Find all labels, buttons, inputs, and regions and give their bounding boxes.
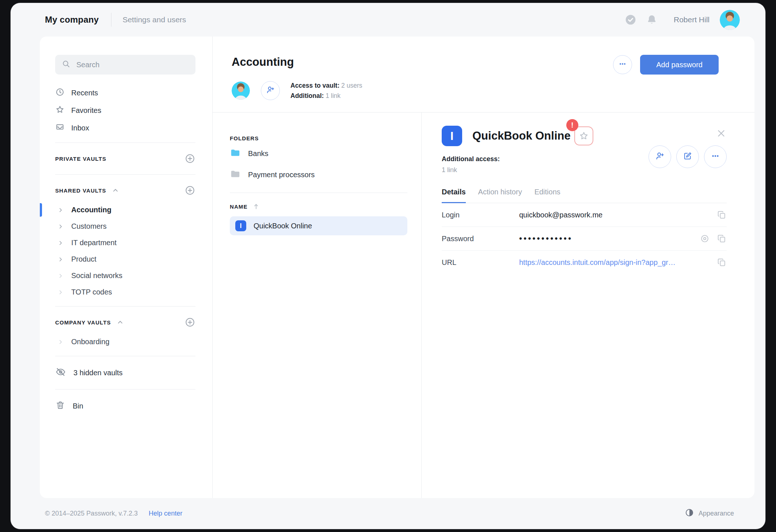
chevron-right-icon[interactable] xyxy=(57,273,64,279)
ellipsis-icon xyxy=(618,59,627,70)
help-center-link[interactable]: Help center xyxy=(149,510,182,517)
contrast-icon xyxy=(685,508,699,519)
footer: © 2014–2025 Passwork, v.7.2.3 Help cente… xyxy=(11,498,765,529)
content-sheet: Recents Favorites Inbox PRIVATE VAULTS S… xyxy=(40,37,754,498)
hidden-vaults-button[interactable]: 3 hidden vaults xyxy=(55,362,195,383)
copy-icon[interactable] xyxy=(716,210,727,220)
access-label: Access to vault: xyxy=(290,82,339,89)
folder-icon xyxy=(230,168,248,181)
tab-details[interactable]: Details xyxy=(442,188,466,203)
share-access-button[interactable] xyxy=(648,145,671,168)
copy-icon[interactable] xyxy=(716,257,727,267)
chevron-right-icon[interactable] xyxy=(57,289,64,296)
bin-button[interactable]: Bin xyxy=(55,395,195,417)
detail-tabs: Details Action history Editions xyxy=(442,188,727,203)
sidebar-item-label: Favorites xyxy=(71,106,101,115)
sidebar-item-social-networks[interactable]: Social networks xyxy=(55,267,195,284)
search-box[interactable] xyxy=(55,55,195,75)
reveal-password-icon[interactable] xyxy=(700,233,710,244)
settings-and-users-link[interactable]: Settings and users xyxy=(122,15,186,24)
divider xyxy=(230,193,407,193)
folders-column: FOLDERS Banks Payment processors NAME xyxy=(213,113,422,498)
person-add-icon xyxy=(265,85,275,96)
add-shared-vault-button[interactable] xyxy=(185,185,195,196)
login-label: Login xyxy=(442,211,519,219)
company-vaults-section: COMPANY VAULTS xyxy=(55,312,195,332)
vault-label: Product xyxy=(71,255,96,263)
folder-banks[interactable]: Banks xyxy=(230,144,407,163)
user-avatar[interactable] xyxy=(720,10,740,30)
divider xyxy=(55,306,195,307)
edit-button[interactable] xyxy=(676,145,699,168)
sidebar-item-customers[interactable]: Customers xyxy=(55,218,195,235)
chevron-up-icon[interactable] xyxy=(116,318,124,326)
quickbook-icon: I xyxy=(235,220,246,231)
sort-ascending-icon[interactable] xyxy=(252,202,260,210)
chevron-right-icon[interactable] xyxy=(57,339,64,345)
section-label: COMPANY VAULTS xyxy=(55,319,111,326)
app-window: My company Settings and users Robert Hil… xyxy=(11,3,765,529)
url-value[interactable]: https://accounts.intuit.com/app/sign-in?… xyxy=(519,258,709,267)
invite-user-button[interactable] xyxy=(261,81,280,100)
page-title: Accounting xyxy=(232,56,294,69)
more-options-button[interactable] xyxy=(704,145,727,168)
appearance-toggle[interactable]: Appearance xyxy=(685,508,734,519)
sidebar-item-recents[interactable]: Recents xyxy=(55,84,195,102)
favorite-star-button[interactable] xyxy=(574,126,593,145)
login-field-row: Login quickbook@passwork.me xyxy=(442,203,727,227)
name-column-header[interactable]: NAME xyxy=(230,202,407,210)
copy-icon[interactable] xyxy=(716,233,727,244)
hidden-vaults-label: 3 hidden vaults xyxy=(73,369,123,377)
divider xyxy=(55,174,195,175)
folder-label: Payment processors xyxy=(248,171,315,179)
add-company-vault-button[interactable] xyxy=(185,317,195,328)
inbox-icon xyxy=(55,122,71,134)
tab-action-history[interactable]: Action history xyxy=(478,188,522,203)
access-to-vault-line: Access to vault: 2 users xyxy=(290,80,362,91)
vault-label: IT department xyxy=(71,239,117,247)
vault-label: Accounting xyxy=(71,206,111,214)
bell-icon[interactable] xyxy=(646,14,658,26)
user-name[interactable]: Robert Hill xyxy=(674,15,710,24)
vault-label: Customers xyxy=(71,222,107,231)
vault-label: Onboarding xyxy=(71,338,110,346)
additional-label: Additional: xyxy=(290,92,324,99)
sidebar-item-totp-codes[interactable]: TOTP codes xyxy=(55,284,195,300)
private-vaults-section: PRIVATE VAULTS xyxy=(55,149,195,168)
detail-title: QuickBook Online xyxy=(472,129,571,142)
shared-vaults-section: SHARED VAULTS xyxy=(55,180,195,200)
close-icon[interactable] xyxy=(716,128,727,139)
password-list-item-quickbook[interactable]: I QuickBook Online xyxy=(230,216,407,235)
tab-editions[interactable]: Editions xyxy=(535,188,560,203)
divider xyxy=(55,389,195,390)
search-input[interactable] xyxy=(76,60,189,69)
sidebar-item-inbox[interactable]: Inbox xyxy=(55,119,195,137)
search-icon xyxy=(62,60,71,70)
vault-member-avatar[interactable] xyxy=(232,81,250,100)
appearance-label: Appearance xyxy=(699,510,734,517)
clock-icon xyxy=(55,87,71,99)
vault-header: Accounting Access to vault: 2 users Addi… xyxy=(213,37,754,113)
add-password-button[interactable]: Add password xyxy=(640,55,719,75)
sidebar-item-product[interactable]: Product xyxy=(55,251,195,267)
sidebar-item-favorites[interactable]: Favorites xyxy=(55,102,195,119)
chevron-up-icon[interactable] xyxy=(111,186,119,194)
vault-more-button[interactable] xyxy=(613,55,632,74)
sidebar-item-accounting[interactable]: Accounting xyxy=(55,202,195,218)
folder-payment-processors[interactable]: Payment processors xyxy=(230,166,407,184)
add-private-vault-button[interactable] xyxy=(185,153,195,164)
chevron-right-icon[interactable] xyxy=(57,223,64,230)
login-value: quickbook@passwork.me xyxy=(519,211,709,219)
url-label: URL xyxy=(442,258,519,267)
chevron-right-icon[interactable] xyxy=(57,256,64,263)
chevron-right-icon[interactable] xyxy=(57,240,64,246)
vault-label: TOTP codes xyxy=(71,288,112,296)
additional-line: Additional: 1 link xyxy=(290,91,362,101)
divider xyxy=(55,356,195,356)
password-value: •••••••••••• xyxy=(519,234,692,243)
sidebar-item-it-department[interactable]: IT department xyxy=(55,235,195,251)
chevron-right-icon[interactable] xyxy=(57,207,64,213)
check-circle-icon[interactable] xyxy=(625,14,636,26)
detail-panel: I QuickBook Online ! Addi xyxy=(422,113,754,498)
sidebar-item-onboarding[interactable]: Onboarding xyxy=(55,334,195,350)
